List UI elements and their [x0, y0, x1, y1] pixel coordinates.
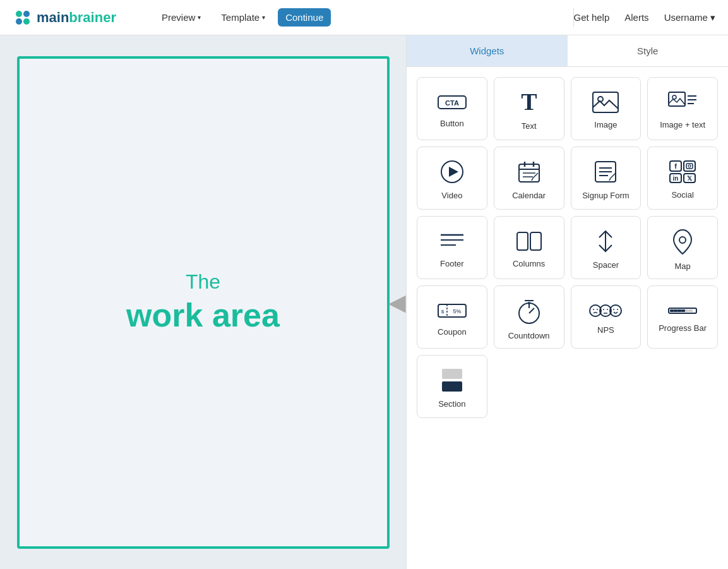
- widget-signup-form[interactable]: Signup Form: [571, 147, 641, 210]
- template-button[interactable]: Template ▾: [213, 8, 273, 27]
- nps-widget-icon: [589, 302, 622, 319]
- svg-point-1: [23, 11, 30, 17]
- image-widget-icon: [592, 91, 619, 114]
- widget-nps-label: NPS: [597, 325, 614, 335]
- work-area-line2: work area: [126, 296, 280, 334]
- header-right: Get help Alerts Username ▾: [574, 12, 715, 23]
- widget-calendar-label: Calendar: [512, 191, 546, 200]
- svg-point-60: [607, 309, 608, 310]
- widget-footer[interactable]: Footer: [417, 216, 487, 279]
- widget-image[interactable]: Image: [571, 77, 641, 140]
- work-area-container: The work area ◀: [0, 35, 406, 569]
- svg-rect-43: [530, 232, 541, 250]
- svg-rect-66: [670, 309, 674, 312]
- widget-social-label: Social: [671, 190, 693, 200]
- svg-rect-32: [684, 161, 695, 171]
- svg-point-3: [23, 18, 30, 25]
- signup-form-widget-icon: [593, 159, 618, 184]
- widget-text-label: Text: [522, 121, 537, 131]
- panel-tabs: Widgets Style: [407, 35, 728, 67]
- svg-rect-9: [669, 92, 685, 106]
- svg-rect-73: [442, 381, 462, 392]
- widget-video[interactable]: Video: [417, 147, 487, 210]
- tab-style[interactable]: Style: [568, 35, 729, 66]
- calendar-widget-icon: [516, 159, 542, 184]
- svg-line-53: [529, 308, 534, 313]
- svg-text:T: T: [521, 90, 537, 115]
- svg-text:CTA: CTA: [445, 99, 459, 107]
- preview-button[interactable]: Preview ▾: [154, 8, 208, 27]
- svg-rect-70: [685, 309, 689, 312]
- svg-text:in: in: [673, 175, 679, 182]
- svg-rect-68: [677, 309, 681, 312]
- widget-footer-label: Footer: [440, 259, 464, 268]
- widget-button-label: Button: [440, 119, 464, 128]
- main-layout: The work area ◀ Widgets Style CTA: [0, 35, 728, 569]
- svg-text:$: $: [441, 309, 445, 314]
- widget-video-label: Video: [441, 191, 462, 200]
- footer-widget-icon: [438, 230, 466, 253]
- widget-spacer-label: Spacer: [593, 260, 619, 270]
- widget-map[interactable]: Map: [647, 216, 718, 279]
- svg-rect-72: [442, 369, 462, 379]
- image-text-widget-icon: [667, 91, 698, 114]
- tab-widgets[interactable]: Widgets: [407, 35, 568, 66]
- widget-image-label: Image: [594, 120, 617, 129]
- progress-bar-widget-icon: [667, 304, 698, 317]
- widget-spacer[interactable]: Spacer: [571, 216, 641, 279]
- username-chevron-icon: ▾: [710, 12, 715, 23]
- svg-line-29: [609, 178, 611, 181]
- svg-line-28: [611, 173, 616, 178]
- svg-line-23: [532, 178, 533, 181]
- right-panel: Widgets Style CTA Button: [406, 35, 728, 569]
- text-widget-icon: T: [516, 90, 542, 115]
- work-area-line1: The: [186, 270, 220, 294]
- svg-line-22: [533, 173, 538, 178]
- widget-nps[interactable]: NPS: [571, 285, 641, 349]
- svg-rect-33: [686, 164, 693, 169]
- alerts-link[interactable]: Alerts: [624, 12, 648, 23]
- get-help-link[interactable]: Get help: [574, 12, 610, 23]
- widget-image-text[interactable]: Image + text: [647, 77, 718, 140]
- widget-progress-bar[interactable]: Progress Bar: [647, 285, 718, 349]
- social-widget-icon: f in 𝕏: [669, 160, 696, 184]
- widget-section[interactable]: Section: [417, 355, 487, 418]
- section-widget-icon: [438, 368, 466, 393]
- widget-button[interactable]: CTA Button: [417, 77, 487, 140]
- widget-countdown-label: Countdown: [508, 331, 550, 340]
- widget-columns[interactable]: Columns: [494, 216, 564, 279]
- svg-point-63: [613, 309, 614, 310]
- widget-coupon[interactable]: $ 5% Coupon: [417, 285, 487, 349]
- logo: mainbrainer: [13, 8, 116, 28]
- svg-point-56: [593, 309, 594, 310]
- countdown-widget-icon: [516, 297, 542, 325]
- svg-point-34: [688, 165, 691, 167]
- username-link[interactable]: Username ▾: [664, 12, 715, 23]
- widget-countdown[interactable]: Countdown: [494, 285, 564, 349]
- logo-text: mainbrainer: [37, 9, 116, 26]
- map-widget-icon: [669, 227, 696, 255]
- svg-point-57: [597, 309, 598, 310]
- widget-signup-form-label: Signup Form: [582, 191, 629, 200]
- widget-columns-label: Columns: [513, 259, 545, 268]
- template-chevron-icon: ▾: [262, 14, 265, 21]
- svg-text:f: f: [674, 162, 677, 170]
- svg-text:5%: 5%: [453, 308, 461, 314]
- svg-point-0: [16, 11, 22, 17]
- svg-point-64: [617, 309, 618, 310]
- widget-calendar[interactable]: Calendar: [494, 147, 564, 210]
- work-area: The work area ◀: [17, 56, 390, 549]
- widget-text[interactable]: T Text: [494, 77, 564, 140]
- coupon-widget-icon: $ 5%: [437, 301, 467, 321]
- svg-rect-67: [674, 309, 677, 312]
- svg-point-59: [603, 309, 604, 310]
- svg-rect-42: [517, 232, 528, 250]
- svg-point-45: [679, 237, 686, 243]
- svg-text:𝕏: 𝕏: [687, 175, 693, 182]
- continue-button[interactable]: Continue: [278, 8, 331, 27]
- columns-widget-icon: [515, 230, 543, 253]
- widget-social[interactable]: f in 𝕏 Social: [647, 147, 718, 210]
- logo-icon: [13, 8, 33, 28]
- svg-point-54: [528, 302, 530, 304]
- preview-chevron-icon: ▾: [198, 14, 201, 21]
